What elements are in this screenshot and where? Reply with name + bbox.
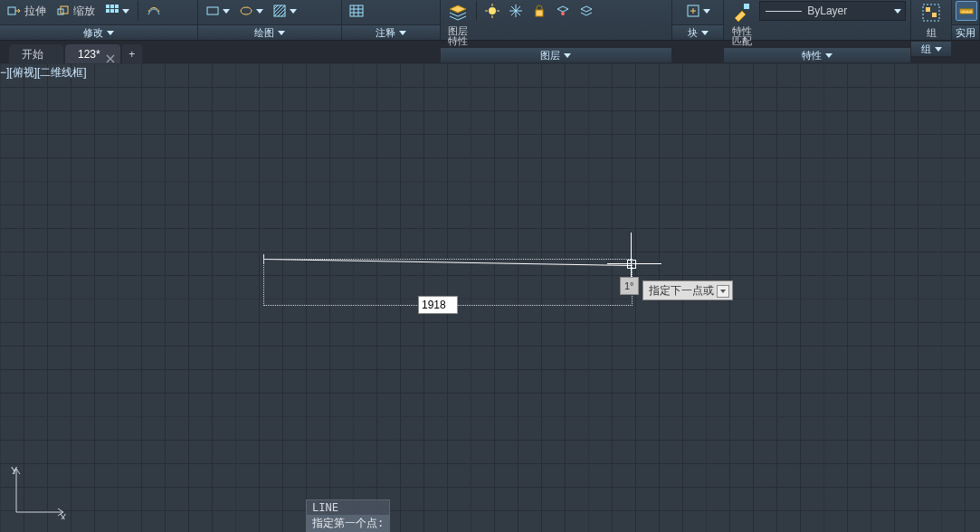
chevron-down-icon	[935, 47, 942, 52]
layer-freeze-icon	[509, 4, 523, 18]
svg-rect-9	[207, 7, 218, 14]
panel-draw-label[interactable]: 绘图	[198, 24, 341, 40]
close-icon[interactable]	[106, 50, 115, 59]
svg-rect-25	[744, 4, 749, 9]
panel-modify: 拉伸 缩放 修改	[0, 0, 198, 40]
chevron-down-icon	[278, 31, 285, 35]
ribbon-toolbar: 拉伸 缩放 修改	[0, 0, 980, 41]
command-line[interactable]: LINE 指定第一个点:	[306, 499, 390, 532]
panel-label-text: 块	[688, 25, 698, 40]
tab-document[interactable]: 123*	[65, 44, 120, 64]
chevron-down-icon	[256, 9, 263, 14]
separator	[476, 1, 477, 21]
match-label: 特性匹配	[732, 26, 752, 46]
stretch-button[interactable]: 拉伸	[4, 1, 50, 21]
panel-group: 组 组	[911, 0, 952, 40]
ucs-x-label: X	[60, 512, 67, 519]
tooltip-text: 指定下一点或	[649, 284, 714, 297]
match-properties-button[interactable]: 特性匹配	[728, 1, 756, 47]
panel-label-text: 图层	[540, 48, 560, 62]
chevron-down-icon	[399, 31, 406, 35]
svg-rect-8	[115, 9, 119, 13]
dynamic-prompt-tooltip: 指定下一点或	[642, 280, 733, 300]
rectangle-icon	[205, 4, 220, 18]
new-tab-button[interactable]: +	[122, 44, 142, 64]
array-rect-icon	[105, 4, 119, 18]
layer-lock-button[interactable]	[528, 1, 550, 21]
panel-utilities: 实用	[952, 0, 980, 40]
viewport-label[interactable]: −][俯视][二维线框]	[0, 65, 87, 81]
svg-point-10	[241, 7, 252, 14]
table-button[interactable]	[346, 1, 367, 21]
dynamic-angle-readout: 1°	[620, 277, 639, 295]
panel-label-text: 特性	[802, 48, 822, 62]
panel-properties-label[interactable]: 特性	[724, 47, 910, 62]
linetype-value: ByLayer	[807, 5, 847, 17]
match-icon	[731, 2, 753, 24]
linetype-combo[interactable]: ByLayer	[759, 1, 906, 21]
plus-icon: +	[128, 48, 135, 61]
ucs-icon[interactable]: Y X	[11, 465, 69, 519]
insert-block-button[interactable]	[682, 1, 714, 21]
offset-button[interactable]	[143, 1, 165, 21]
svg-rect-22	[536, 10, 543, 16]
svg-point-13	[489, 7, 496, 14]
tooltip-options-button[interactable]	[717, 285, 729, 298]
rectangle-button[interactable]	[202, 1, 233, 21]
panel-properties: 特性匹配 ByLayer 特性	[724, 0, 911, 40]
ellipse-button[interactable]	[235, 1, 267, 21]
panel-block: 块	[672, 0, 724, 40]
array-rect-button[interactable]	[101, 1, 133, 21]
svg-rect-4	[110, 5, 114, 8]
group-button[interactable]: 组	[917, 1, 946, 41]
chevron-down-icon	[825, 53, 833, 58]
svg-rect-2	[61, 6, 68, 14]
layer-properties-button[interactable]: 图层特性	[444, 1, 471, 47]
panel-annotate-label[interactable]: 注释	[342, 24, 440, 40]
linetype-swatch	[766, 11, 802, 12]
stretch-icon	[7, 4, 22, 18]
group-label: 组	[927, 26, 937, 40]
command-prompt-line[interactable]: 指定第一个点:	[307, 515, 389, 532]
layer-uniso-icon	[579, 4, 594, 18]
svg-rect-6	[106, 9, 109, 13]
insert-icon	[686, 4, 700, 18]
tab-label: 开始	[22, 48, 43, 61]
panel-modify-label[interactable]: 修改	[0, 24, 197, 40]
layer-off-button[interactable]	[481, 1, 503, 21]
chevron-down-icon	[720, 290, 726, 293]
scale-label: 缩放	[73, 4, 95, 19]
svg-rect-26	[923, 5, 939, 21]
offset-icon	[147, 4, 161, 18]
chevron-down-icon	[564, 53, 571, 58]
layer-freeze-button[interactable]	[505, 1, 527, 21]
panel-label-text: 绘图	[254, 25, 274, 40]
svg-rect-0	[8, 7, 15, 14]
tab-start[interactable]: 开始	[9, 44, 63, 64]
layer-uniso-button[interactable]	[576, 1, 597, 21]
chevron-down-icon	[107, 31, 114, 35]
panel-label-text: 修改	[83, 25, 103, 40]
scale-button[interactable]: 缩放	[52, 1, 99, 21]
command-history-line: LINE	[307, 500, 389, 515]
layer-off-icon	[485, 4, 500, 18]
svg-rect-28	[932, 13, 937, 17]
group-icon	[920, 2, 942, 24]
layer-lock-icon	[532, 4, 547, 18]
panel-layers-label[interactable]: 图层	[441, 47, 672, 62]
measure-button[interactable]	[956, 1, 977, 21]
panel-block-label[interactable]: 块	[672, 24, 723, 40]
panel-util-label[interactable]: 实用	[952, 24, 979, 40]
drawing-canvas[interactable]: −][俯视][二维线框] 1918 1° 指定下一点或 Y X LINE 指	[0, 63, 980, 532]
layer-iso-icon	[556, 4, 570, 18]
panel-layers: 图层特性 图层	[441, 0, 673, 40]
ellipse-icon	[239, 4, 253, 18]
dynamic-length-input[interactable]: 1918	[418, 296, 458, 314]
layer-iso-button[interactable]	[552, 1, 574, 21]
hatch-button[interactable]	[269, 1, 300, 21]
svg-rect-5	[115, 5, 119, 8]
panel-annotate: 注释	[342, 0, 441, 40]
panel-draw: 绘图	[198, 0, 342, 40]
ucs-y-label: Y	[11, 465, 18, 476]
panel-group-label[interactable]: 组	[911, 41, 951, 56]
